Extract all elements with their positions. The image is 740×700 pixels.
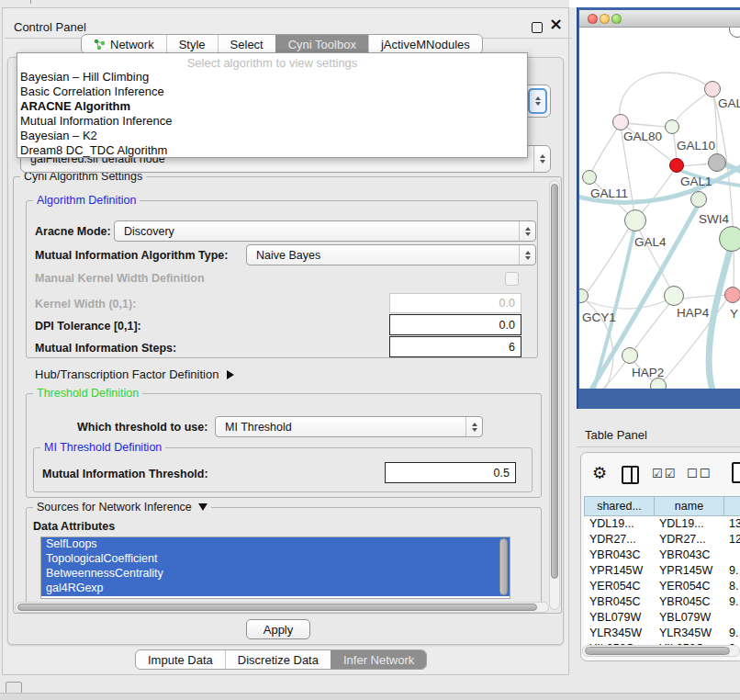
algorithm-option[interactable]: Dream8 DC_TDC Algorithm bbox=[20, 143, 516, 158]
algorithm-option[interactable]: Bayesian – K2 bbox=[20, 129, 516, 143]
list-item-selected[interactable]: SelfLoops bbox=[41, 537, 510, 552]
list-vscrollbar-thumb[interactable] bbox=[499, 538, 508, 595]
zoom-traffic-light[interactable] bbox=[611, 14, 622, 24]
table-rows: YDL19... YDL19... 13 YDR27... YDR27... 1… bbox=[584, 516, 740, 654]
tab-discretize-data[interactable]: Discretize Data bbox=[225, 650, 331, 669]
aracne-mode-combo[interactable]: Discovery bbox=[114, 220, 536, 242]
table-cell[interactable]: YBL079W bbox=[659, 611, 723, 627]
table-cell[interactable]: YDR27... bbox=[659, 533, 723, 548]
table-cell[interactable]: YDL19... bbox=[589, 517, 654, 533]
mi-type-combo[interactable]: Naive Bayes bbox=[246, 244, 536, 265]
network-node[interactable] bbox=[708, 153, 726, 172]
select-all-icon[interactable]: ☑☑ bbox=[652, 467, 677, 480]
settings-vscrollbar-thumb[interactable] bbox=[551, 184, 558, 579]
table-cell[interactable]: YLR345W bbox=[659, 627, 723, 642]
kernel-width-label: Kernel Width (0,1): bbox=[35, 298, 136, 310]
table-cell[interactable]: 9. bbox=[729, 595, 740, 611]
table-cell[interactable]: YDR27... bbox=[589, 533, 654, 548]
data-attributes-list[interactable]: SelfLoops TopologicalCoefficient Between… bbox=[40, 536, 510, 599]
mi-steps-field[interactable]: 6 bbox=[389, 336, 521, 357]
algorithm-option[interactable]: Bayesian – Hill Climbing bbox=[20, 70, 516, 85]
column-header-cut[interactable] bbox=[723, 496, 740, 516]
list-item-selected[interactable]: TopologicalCoefficient bbox=[41, 552, 510, 567]
node-label: GAL4 bbox=[634, 235, 667, 249]
table-cell[interactable]: YER054C bbox=[659, 580, 723, 595]
list-item-selected[interactable]: gal4RGexp bbox=[41, 581, 510, 596]
sources-group-title[interactable]: Sources for Network Inference bbox=[33, 501, 211, 514]
close-traffic-light[interactable] bbox=[588, 14, 598, 24]
minimize-traffic-light[interactable] bbox=[600, 14, 610, 24]
combo-spinner bbox=[519, 245, 535, 265]
column-header-name[interactable]: name bbox=[654, 496, 724, 516]
network-node[interactable] bbox=[719, 226, 740, 252]
tab-network[interactable]: Network bbox=[82, 35, 166, 53]
network-node[interactable] bbox=[624, 209, 646, 231]
network-node-selected[interactable] bbox=[669, 158, 684, 173]
network-icon bbox=[94, 39, 106, 51]
table-cell[interactable]: 8. bbox=[729, 580, 740, 595]
table-panel-divider bbox=[577, 446, 740, 447]
control-panel-tabbar: Network Style Select Cyni Toolbox jActiv… bbox=[81, 34, 483, 54]
network-node[interactable] bbox=[724, 287, 740, 303]
network-node[interactable] bbox=[690, 191, 707, 208]
node-label: SWI4 bbox=[699, 212, 729, 226]
table-cell[interactable]: YLR345W bbox=[589, 627, 654, 642]
table-cell[interactable]: YBR045C bbox=[659, 595, 723, 611]
algorithm-option[interactable]: Basic Correlation Inference bbox=[20, 85, 516, 99]
apply-button[interactable]: Apply bbox=[246, 619, 310, 639]
algorithm-option[interactable]: Mutual Information Inference bbox=[20, 114, 516, 129]
list-item-selected[interactable]: BetweennessCentrality bbox=[41, 567, 510, 581]
node-label: GAL1 bbox=[680, 175, 712, 188]
table-cell[interactable]: 9. bbox=[729, 627, 740, 642]
table-cell[interactable]: YPR145W bbox=[659, 564, 723, 580]
algorithm-option-selected[interactable]: ARACNE Algorithm bbox=[20, 99, 516, 114]
table-cell[interactable]: YBR043C bbox=[589, 548, 654, 564]
top-right-background bbox=[569, 0, 740, 7]
table-cell[interactable] bbox=[729, 548, 740, 564]
table-cell[interactable]: YPR145W bbox=[589, 564, 654, 580]
network-node[interactable] bbox=[582, 170, 597, 185]
node-label: GAL bbox=[718, 96, 740, 110]
table-cell[interactable]: YBR043C bbox=[659, 548, 723, 564]
which-threshold-combo[interactable]: MI Threshold bbox=[215, 416, 483, 437]
aracne-mode-label: Aracne Mode: bbox=[35, 225, 111, 238]
new-table-icon[interactable] bbox=[732, 462, 740, 483]
table-cell[interactable]: YBL079W bbox=[589, 611, 654, 627]
table-hscrollbar-thumb[interactable] bbox=[585, 647, 730, 655]
table-cell[interactable]: YBR045C bbox=[589, 595, 654, 611]
close-icon[interactable]: × bbox=[549, 15, 563, 33]
network-node[interactable] bbox=[704, 81, 721, 97]
tab-jactivemnodules[interactable]: jActiveMNodules bbox=[368, 35, 482, 53]
mi-threshold-field[interactable]: 0.5 bbox=[385, 462, 516, 483]
gear-icon[interactable]: ⚙ bbox=[592, 463, 607, 482]
columns-icon[interactable] bbox=[622, 466, 639, 484]
node-label: Y bbox=[730, 307, 738, 321]
tab-impute-data[interactable]: Impute Data bbox=[136, 650, 225, 669]
table-cell[interactable]: 12 bbox=[729, 533, 740, 548]
tab-select[interactable]: Select bbox=[218, 35, 275, 53]
table-cell[interactable]: 13 bbox=[729, 517, 740, 533]
algorithm-dropdown-popup: Select algorithm to view settings Bayesi… bbox=[17, 52, 528, 158]
network-canvas[interactable]: GAL GAL80 GAL10 GAL1 GAL11 SWI4 GAL4 GCY… bbox=[579, 28, 740, 389]
table-cell[interactable]: YER054C bbox=[589, 580, 654, 595]
manual-kernel-checkbox[interactable] bbox=[505, 272, 519, 286]
network-node[interactable] bbox=[664, 286, 684, 306]
hub-factor-expander[interactable]: Hub/Transcription Factor Definition bbox=[35, 367, 234, 381]
network-node[interactable] bbox=[622, 347, 638, 364]
unselect-all-icon[interactable]: ☐☐ bbox=[687, 467, 712, 480]
column-header-shared[interactable]: shared... bbox=[584, 496, 655, 516]
kernel-width-field[interactable]: 0.0 bbox=[389, 293, 521, 313]
which-threshold-label: Which threshold to use: bbox=[77, 421, 207, 434]
tab-style[interactable]: Style bbox=[166, 35, 218, 53]
node-label: GAL11 bbox=[590, 186, 628, 200]
network-node[interactable] bbox=[665, 119, 679, 134]
tab-infer-network[interactable]: Infer Network bbox=[331, 650, 426, 669]
table-cell[interactable] bbox=[729, 611, 740, 627]
table-cell[interactable]: YDL19... bbox=[659, 517, 723, 533]
float-window-icon[interactable] bbox=[532, 22, 543, 33]
settings-hscrollbar-thumb[interactable] bbox=[17, 604, 537, 611]
dpi-tolerance-field[interactable]: 0.0 bbox=[389, 314, 521, 335]
table-cell[interactable]: 9. bbox=[729, 564, 740, 580]
tab-cyni-toolbox[interactable]: Cyni Toolbox bbox=[275, 35, 368, 53]
network-node[interactable] bbox=[612, 114, 629, 130]
